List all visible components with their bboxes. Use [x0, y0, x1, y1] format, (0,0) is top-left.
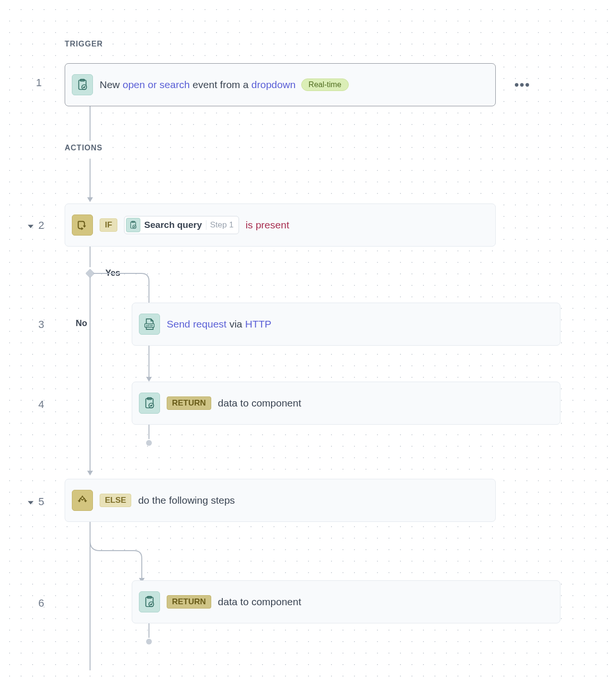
branch-no-label: No [76, 318, 87, 328]
svg-marker-6 [28, 225, 34, 228]
svg-marker-5 [87, 197, 93, 202]
trigger-text: New open or search event from a dropdown… [100, 79, 349, 91]
datapill-search-query[interactable]: Search query Step 1 [124, 216, 239, 234]
collapse-caret-step-5[interactable] [28, 500, 34, 506]
else-card[interactable]: ELSE do the following steps [65, 479, 496, 522]
clipboard-check-icon [139, 393, 160, 414]
collapse-caret-step-2[interactable] [28, 224, 34, 229]
branch-end-dot [146, 440, 152, 446]
trigger-text-prefix: New [100, 79, 120, 90]
clipboard-check-icon [72, 74, 93, 95]
http-text-via: via [229, 318, 242, 330]
http-card[interactable]: HTTP Send request via HTTP [132, 303, 560, 346]
svg-marker-19 [146, 377, 152, 382]
svg-marker-24 [28, 501, 34, 504]
return-text: data to component [218, 397, 301, 409]
http-link-proto[interactable]: HTTP [245, 318, 272, 330]
section-label-trigger: TRIGGER [65, 40, 103, 48]
svg-marker-8 [81, 227, 83, 230]
step-number-4: 4 [38, 398, 44, 411]
branch-diamond [85, 269, 95, 278]
step-number-5: 5 [38, 496, 44, 508]
step-number-1: 1 [36, 77, 42, 89]
http-text: Send request via HTTP [167, 318, 272, 330]
branch-if-icon [72, 215, 93, 236]
section-label-actions: ACTIONS [65, 144, 103, 152]
trigger-text-mid: event from a [193, 79, 249, 90]
step-number-6: 6 [38, 597, 44, 610]
datapill-step-ref: Step 1 [206, 220, 234, 230]
svg-marker-25 [78, 500, 81, 502]
step-number-3: 3 [38, 318, 44, 331]
else-text: do the following steps [138, 495, 235, 506]
if-tag: IF [100, 218, 117, 232]
return-tag: RETURN [167, 396, 211, 410]
svg-rect-27 [80, 497, 84, 500]
return-card-1[interactable]: RETURN data to component [132, 382, 560, 425]
svg-marker-14 [87, 471, 93, 475]
more-horizontal-icon[interactable]: ••• [514, 78, 530, 92]
branch-yes-label: Yes [105, 268, 120, 278]
else-tag: ELSE [100, 494, 131, 507]
http-link-send[interactable]: Send request [167, 318, 227, 330]
return-tag: RETURN [167, 595, 211, 609]
if-card[interactable]: IF Search query Step 1 is present [65, 203, 496, 247]
trigger-link-open-search[interactable]: open or search [123, 79, 190, 90]
return-card-2[interactable]: RETURN data to component [132, 580, 560, 623]
clipboard-check-icon [139, 591, 160, 612]
svg-marker-7 [83, 226, 86, 227]
svg-text:HTTP: HTTP [146, 324, 153, 327]
branch-else-icon [72, 490, 93, 511]
if-condition: is present [246, 219, 289, 231]
trigger-link-dropdown[interactable]: dropdown [251, 79, 296, 90]
datapill-label: Search query [144, 220, 202, 230]
trigger-card[interactable]: New open or search event from a dropdown… [65, 63, 496, 106]
step-number-2: 2 [38, 219, 44, 232]
branch-end-dot [146, 639, 152, 644]
return-text: data to component [218, 596, 301, 608]
clipboard-check-icon [126, 218, 140, 232]
http-icon: HTTP [139, 314, 160, 335]
realtime-badge: Real-time [301, 79, 348, 91]
svg-marker-26 [84, 500, 87, 502]
